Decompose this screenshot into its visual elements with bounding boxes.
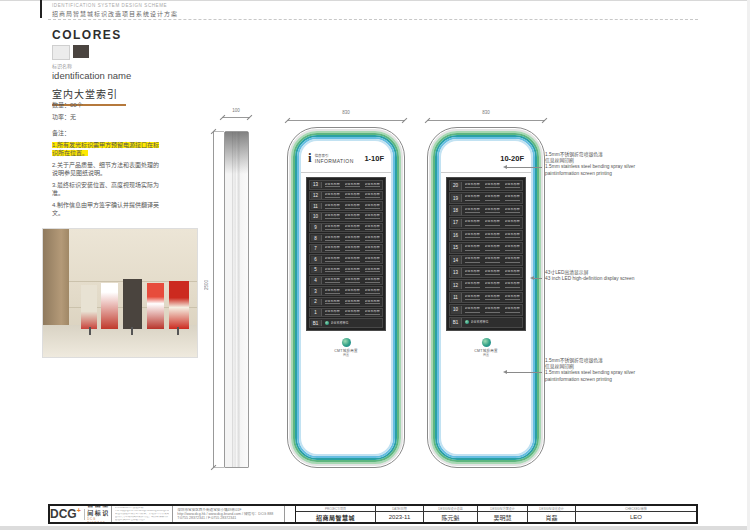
tenant-entry: 企业名称单位 — [343, 203, 362, 210]
color-swatch-light — [52, 45, 70, 60]
note-item-4: 4.制作信息由甲方签字确认并提供翻译英文。 — [52, 202, 164, 217]
tenant-entry: 企业名称单位 — [463, 206, 482, 214]
floor-number: B1 — [451, 318, 462, 326]
sign2-header: 10-20F — [441, 144, 531, 173]
tenant-entry: 企业名称单位 — [363, 245, 382, 252]
screen-row: B1企业名称单位 — [309, 318, 383, 328]
photo-poster — [81, 285, 97, 329]
tenant-entry: 企业名称单位 — [363, 192, 382, 199]
tenant-entry: 企业名称单位 — [363, 224, 382, 231]
notes-title: 备注： — [52, 129, 164, 137]
globe-logo-icon — [465, 320, 469, 324]
screen-row: 8企业名称单位企业名称单位企业名称单位 — [309, 233, 383, 243]
sheet-title-en: IDENTIFICATION SYSTEM DESIGN SCHEME — [52, 3, 452, 8]
table-value: LEO — [576, 512, 696, 522]
tenant-entry: 企业名称单位 — [343, 309, 362, 316]
name-section: 标识名称 identification name 室内大堂索引 — [52, 62, 192, 106]
floor-number: 7 — [311, 245, 322, 252]
photo-stand — [123, 279, 142, 329]
sign1-header: i 信息索引 INFORMATION 1-10F — [301, 144, 391, 173]
screen-row: 20企业名称单位企业名称单位企业名称单位 — [449, 180, 523, 191]
tenant-entry: 企业名称单位 — [463, 194, 482, 202]
tenant-entry: 企业名称单位 — [503, 293, 522, 301]
floor-number: 11 — [451, 293, 462, 301]
tenant-entry: 企业名称单位 — [363, 235, 382, 242]
tenant-entry: 企业名称单位 — [323, 256, 342, 263]
floor-number: 19 — [451, 194, 462, 202]
tenant-entry: 企业名称单位 — [483, 244, 502, 252]
tenant-entry: 企业名称单位 — [503, 219, 522, 227]
table-value: 陈元魁 — [424, 512, 478, 522]
tenant-entry: 企业名称单位 — [323, 277, 342, 284]
color-swatches — [52, 45, 122, 60]
tenant-entry: 企业名称单位 — [503, 256, 522, 264]
colores-section: COLORES — [52, 28, 122, 60]
tenant-entry: 企业名称单位 — [463, 268, 482, 276]
tenant-entry: 企业名称单位 — [323, 182, 342, 189]
floor-number: 12 — [311, 192, 322, 199]
corner-tick — [40, 0, 42, 18]
floor-number: B1 — [311, 320, 322, 327]
note-item-3: 3.最终标识安装位置、高度视现场实际为准。 — [52, 182, 164, 197]
tenant-entry: 企业名称单位 — [323, 267, 342, 274]
annotation-stainless-bottom: 1.5mm不锈钢折弯喷银色漆 信息丝网印刷 1.5mm stainless st… — [545, 358, 740, 383]
tenant-entry: 企业名称单位 — [343, 245, 362, 252]
tenant-entry: 企业名称单位 — [503, 281, 522, 289]
project-info-table: PROJECT/项目DATE/日期DESIGN/设计总监DESIGN/方案设计D… — [296, 506, 696, 522]
tenant-entry: 企业名称单位 — [323, 203, 342, 210]
tenant-entry: 企业名称单位 — [323, 213, 342, 220]
floor-number: 2 — [311, 299, 322, 306]
screen-row: 11企业名称单位企业名称单位企业名称单位 — [449, 292, 523, 303]
tenant-entry: 企业名称单位 — [323, 224, 342, 231]
sign2-floor-range: 10-20F — [500, 154, 524, 163]
sign-name: 室内大堂索引 — [52, 86, 192, 101]
floor-number: 10 — [311, 213, 322, 220]
tenant-entry: 企业名称单位 — [483, 206, 502, 214]
screen-row: 12企业名称单位企业名称单位企业名称单位 — [449, 279, 523, 290]
floor-number: 10 — [451, 306, 462, 314]
tenant-entry: 企业名称单位 — [323, 245, 342, 252]
basement-row: 企业名称单位 — [463, 318, 522, 326]
photo-poster — [169, 281, 189, 329]
floor-number: 17 — [451, 219, 462, 227]
tenant-entry: 企业名称单位 — [483, 256, 502, 264]
floor-number: 18 — [451, 206, 462, 214]
disclaimer-line: 颜色以实际工艺样板为准。 — [115, 519, 169, 522]
tenant-entry: 企业名称单位 — [483, 219, 502, 227]
screen-row: B1企业名称单位 — [449, 317, 523, 328]
floor-number: 6 — [311, 256, 322, 263]
tenant-entry: 企业名称单位 — [483, 194, 502, 202]
globe-logo-icon — [482, 338, 491, 347]
screen-row: 10企业名称单位企业名称单位企业名称单位 — [309, 212, 383, 222]
table-value: 招商局智慧城 — [296, 512, 376, 522]
tenant-entry: 企业名称单位 — [323, 299, 342, 306]
tenant-entry: 企业名称单位 — [343, 299, 362, 306]
tenant-entry: 企业名称单位 — [363, 277, 382, 284]
floor-number: 5 — [311, 267, 322, 274]
globe-logo-icon — [342, 338, 351, 347]
directory-sign-1: i 信息索引 INFORMATION 1-10F 13企业名称单位企业名称单位企… — [287, 127, 405, 468]
annotation-stainless-top: 1.5mm不锈钢折弯喷银色漆 信息丝网印刷 1.5mm stainless st… — [545, 152, 740, 177]
sign1-logo: CMT城投商置 商置 — [301, 338, 391, 357]
screen-row: 6企业名称单位企业名称单位企业名称单位 — [309, 254, 383, 264]
dim-post-height: 2500 — [204, 280, 209, 290]
sign2-logo: CMT城投商置 商置 — [441, 338, 531, 357]
globe-logo-icon — [325, 321, 329, 325]
note-item-2: 2.关于产品质量、细节方法和表面处理的说明参见图纸说明。 — [52, 162, 164, 177]
screen-row: 3企业名称单位企业名称单位企业名称单位 — [309, 286, 383, 296]
screen-row: 9企业名称单位企业名称单位企业名称单位 — [309, 223, 383, 233]
floor-number: 15 — [451, 244, 462, 252]
screen-row: 13企业名称单位企业名称单位企业名称单位 — [449, 267, 523, 278]
tenant-entry: 企业名称单位 — [503, 268, 522, 276]
header-divider — [48, 19, 698, 20]
note-item-1: 1.所有发光标识需甲方预留电源接口在标识所在位置。 — [52, 142, 164, 157]
screen-row: 17企业名称单位企业名称单位企业名称单位 — [449, 217, 523, 228]
tenant-entry: 企业名称单位 — [363, 213, 382, 220]
tenant-entry: 企业名称单位 — [463, 256, 482, 264]
floor-number: 11 — [311, 203, 322, 210]
floor-number: 4 — [311, 277, 322, 284]
tenant-entry: 企业名称单位 — [483, 281, 502, 289]
tenant-entry: 企业名称单位 — [483, 293, 502, 301]
dim-post-width: 100 — [222, 108, 250, 113]
tenant-entry: 企业名称单位 — [463, 219, 482, 227]
